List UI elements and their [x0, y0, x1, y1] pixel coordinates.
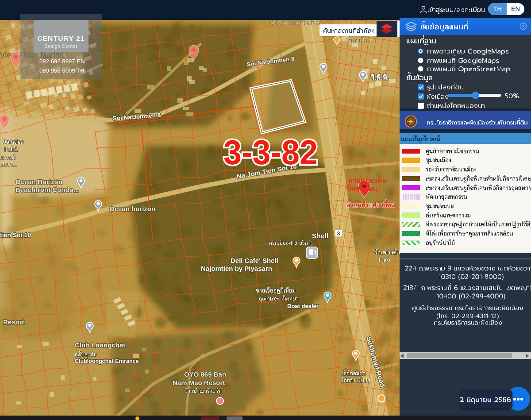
- svg-text:Najomtien by Piyasarn: Najomtien by Piyasarn: [201, 265, 272, 272]
- svg-text:Club Loongchat: Club Loongchat: [75, 341, 125, 349]
- svg-text:3: 3: [337, 231, 340, 237]
- svg-text:tien Soi 10: tien Soi 10: [0, 231, 31, 239]
- svg-text:วี.พี.พี.: วี.พี.พี.: [370, 73, 389, 81]
- svg-text:3-3-82: 3-3-82: [223, 133, 318, 172]
- svg-text:Resort: Resort: [3, 318, 24, 326]
- svg-text:Ocean Horizon: Ocean Horizon: [15, 178, 62, 185]
- svg-text:Beachfront Condo...: Beachfront Condo...: [15, 186, 79, 193]
- svg-text:OYO 869 Ban: OYO 869 Ban: [184, 370, 226, 378]
- svg-text:Government office: Government office: [270, 19, 322, 26]
- svg-text:Clubloongchat Entrance: Clubloongchat Entrance: [75, 358, 139, 364]
- svg-text:Shell: Shell: [312, 232, 328, 239]
- svg-text:Deli Cafe' Shell: Deli Cafe' Shell: [231, 257, 278, 264]
- svg-text:Ocean horizon: Ocean horizon: [109, 205, 155, 212]
- svg-text:Nam Mao Resort: Nam Mao Resort: [173, 379, 225, 386]
- svg-text:Boat dealer: Boat dealer: [287, 303, 319, 309]
